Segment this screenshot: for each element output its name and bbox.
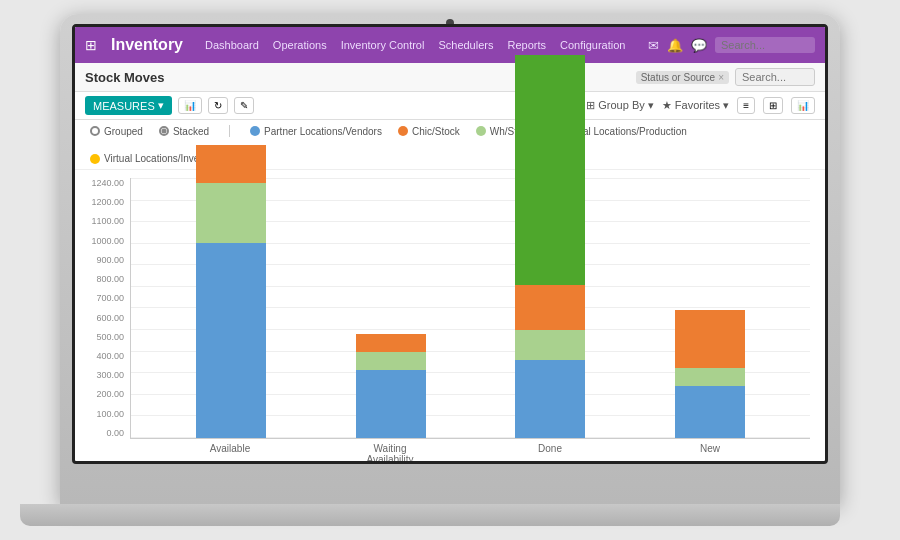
toolbar: MEASURES ▾ 📊 ↻ ✎ ▾ Filters ▾ ⊞ Group By … bbox=[75, 92, 825, 120]
stacked-bar-new bbox=[675, 310, 745, 438]
nav-configuration[interactable]: Configuration bbox=[560, 39, 625, 51]
radio-stacked-label: Stacked bbox=[173, 126, 209, 137]
bar-done bbox=[515, 55, 585, 438]
nav-right: ✉ 🔔 💬 bbox=[648, 37, 815, 53]
radio-grouped-circle bbox=[90, 126, 100, 136]
y-label-800: 800.00 bbox=[96, 274, 124, 284]
legend-label-partner: Partner Locations/Vendors bbox=[264, 126, 382, 137]
nav-operations[interactable]: Operations bbox=[273, 39, 327, 51]
radio-stacked-circle bbox=[159, 126, 169, 136]
y-label-1200: 1200.00 bbox=[91, 197, 124, 207]
legend-dot-wh bbox=[476, 126, 486, 136]
top-nav: ⊞ Inventory Dashboard Operations Invento… bbox=[75, 27, 825, 63]
y-label-500: 500.00 bbox=[96, 332, 124, 342]
page-title: Stock Moves bbox=[85, 70, 164, 85]
groupby-btn[interactable]: ⊞ Group By ▾ bbox=[586, 99, 654, 112]
legend-label-chic: Chic/Stock bbox=[412, 126, 460, 137]
grid-icon: ⊞ bbox=[85, 37, 97, 53]
legend-dot-chic bbox=[398, 126, 408, 136]
legend-dot-virtual-inv bbox=[90, 154, 100, 164]
x-label-done: Done bbox=[515, 443, 585, 464]
filter-tag-label: Status or Source bbox=[641, 72, 715, 83]
email-icon: ✉ bbox=[648, 38, 659, 53]
chart-area: 1240.00 1200.00 1100.00 1000.00 900.00 8… bbox=[75, 170, 825, 464]
nav-menu: Dashboard Operations Inventory Control S… bbox=[205, 39, 636, 51]
bar-new bbox=[675, 310, 745, 438]
view-kanban-button[interactable]: ⊞ bbox=[763, 97, 783, 114]
filter-bar: Status or Source × bbox=[636, 68, 815, 86]
y-label-1100: 1100.00 bbox=[91, 216, 124, 226]
segment-done-dark-green bbox=[515, 55, 585, 285]
refresh-button[interactable]: ↻ bbox=[208, 97, 228, 114]
measures-label: MEASURES bbox=[93, 100, 155, 112]
y-label-900: 900.00 bbox=[96, 255, 124, 265]
filter-tag-close[interactable]: × bbox=[718, 72, 724, 83]
segment-new-orange bbox=[675, 310, 745, 368]
bars-container bbox=[131, 178, 810, 438]
nav-brand: Inventory bbox=[111, 36, 183, 54]
y-label-600: 600.00 bbox=[96, 313, 124, 323]
segment-waiting-orange bbox=[356, 334, 426, 352]
stacked-bar-waiting bbox=[356, 334, 426, 438]
filter-search-input[interactable] bbox=[735, 68, 815, 86]
segment-available-orange bbox=[196, 145, 266, 183]
favorites-btn[interactable]: ★ Favorites ▾ bbox=[662, 99, 729, 112]
x-labels: Available Waiting Availability Done New bbox=[130, 439, 810, 464]
y-axis: 1240.00 1200.00 1100.00 1000.00 900.00 8… bbox=[90, 178, 130, 438]
y-label-100: 100.00 bbox=[96, 409, 124, 419]
view-bar-button[interactable]: 📊 bbox=[178, 97, 202, 114]
segment-new-blue bbox=[675, 386, 745, 438]
y-label-300: 300.00 bbox=[96, 370, 124, 380]
nav-inventory-control[interactable]: Inventory Control bbox=[341, 39, 425, 51]
nav-schedulers[interactable]: Schedulers bbox=[438, 39, 493, 51]
toolbar-left: MEASURES ▾ 📊 ↻ ✎ bbox=[85, 96, 254, 115]
legend-chic: Chic/Stock bbox=[398, 126, 460, 137]
stacked-bar-available bbox=[196, 145, 266, 438]
chat-icon: 💬 bbox=[691, 38, 707, 53]
bell-icon: 🔔 bbox=[667, 38, 683, 53]
segment-done-orange bbox=[515, 285, 585, 330]
measures-arrow: ▾ bbox=[158, 99, 164, 112]
filter-tag-status[interactable]: Status or Source × bbox=[636, 71, 729, 84]
radio-grouped-label: Grouped bbox=[104, 126, 143, 137]
segment-done-light-green bbox=[515, 330, 585, 360]
x-label-available: Available bbox=[195, 443, 265, 464]
y-label-1000: 1000.00 bbox=[91, 236, 124, 246]
chart-main: Available Waiting Availability Done New bbox=[130, 178, 810, 464]
laptop-base bbox=[20, 504, 840, 526]
edit-button[interactable]: ✎ bbox=[234, 97, 254, 114]
bar-available bbox=[196, 145, 266, 438]
laptop-outer: ⊞ Inventory Dashboard Operations Invento… bbox=[60, 14, 840, 504]
x-label-waiting: Waiting Availability bbox=[355, 443, 425, 464]
radio-stacked[interactable]: Stacked bbox=[159, 126, 209, 137]
measures-button[interactable]: MEASURES ▾ bbox=[85, 96, 172, 115]
view-list-button[interactable]: ≡ bbox=[737, 97, 755, 114]
y-label-400: 400.00 bbox=[96, 351, 124, 361]
stacked-bar-done bbox=[515, 55, 585, 438]
view-graph-button[interactable]: 📊 bbox=[791, 97, 815, 114]
segment-available-green bbox=[196, 183, 266, 243]
y-label-700: 700.00 bbox=[96, 293, 124, 303]
segment-available-blue bbox=[196, 243, 266, 438]
laptop-screen: ⊞ Inventory Dashboard Operations Invento… bbox=[72, 24, 828, 464]
search-input[interactable] bbox=[715, 37, 815, 53]
legend: Grouped Stacked Partner Locations/Vendor… bbox=[75, 120, 825, 170]
sub-header: Stock Moves Status or Source × bbox=[75, 63, 825, 92]
segment-new-green bbox=[675, 368, 745, 386]
nav-dashboard[interactable]: Dashboard bbox=[205, 39, 259, 51]
y-label-200: 200.00 bbox=[96, 389, 124, 399]
bar-waiting bbox=[356, 334, 426, 438]
legend-dot-partner bbox=[250, 126, 260, 136]
chart-grid bbox=[130, 178, 810, 439]
nav-reports[interactable]: Reports bbox=[507, 39, 546, 51]
legend-divider bbox=[229, 125, 230, 137]
y-label-1240: 1240.00 bbox=[91, 178, 124, 188]
segment-waiting-green bbox=[356, 352, 426, 370]
segment-waiting-blue bbox=[356, 370, 426, 438]
legend-partner: Partner Locations/Vendors bbox=[250, 126, 382, 137]
y-label-0: 0.00 bbox=[106, 428, 124, 438]
segment-done-blue bbox=[515, 360, 585, 438]
x-label-new: New bbox=[675, 443, 745, 464]
radio-grouped[interactable]: Grouped bbox=[90, 126, 143, 137]
